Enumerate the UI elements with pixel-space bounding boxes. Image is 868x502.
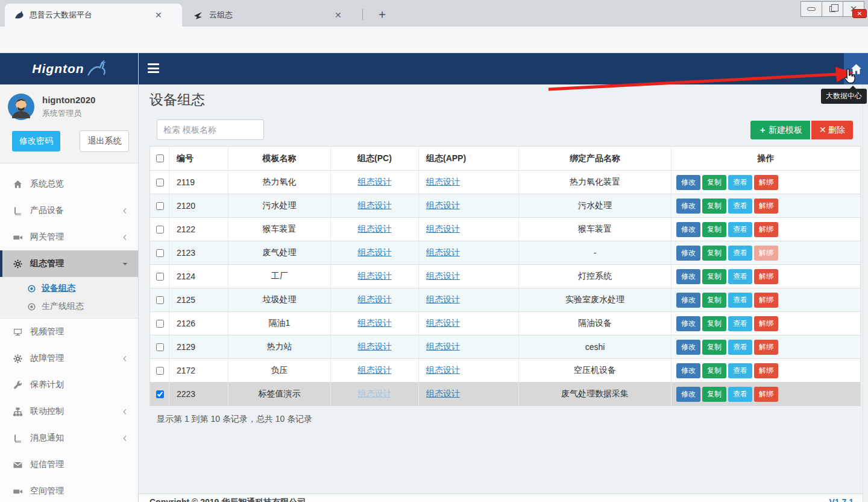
row-action-copy-button[interactable]: 复制 [702, 293, 726, 308]
row-checkbox[interactable] [156, 273, 164, 281]
new-tab-icon[interactable]: ＋ [375, 7, 389, 22]
pc-design-link[interactable]: 组态设计 [358, 389, 392, 398]
pc-design-link[interactable]: 组态设计 [358, 342, 392, 351]
sidebar-item-maintenance[interactable]: 保养计划 [0, 372, 138, 398]
row-action-edit-button[interactable]: 修改 [676, 175, 700, 190]
row-action-view-button[interactable]: 查看 [728, 316, 752, 331]
row-checkbox[interactable] [156, 202, 164, 210]
row-action-unbind-button[interactable]: 解绑 [754, 363, 778, 378]
row-action-edit-button[interactable]: 修改 [676, 199, 700, 214]
row-checkbox[interactable] [156, 390, 164, 398]
delete-button[interactable]: ✕删除 [811, 121, 853, 139]
row-action-edit-button[interactable]: 修改 [676, 316, 700, 331]
app-design-link[interactable]: 组态设计 [426, 271, 460, 281]
row-action-unbind-button[interactable]: 解绑 [754, 340, 778, 355]
sidebar-item-overview[interactable]: 系统总览 [0, 171, 138, 197]
row-checkbox[interactable] [156, 179, 164, 186]
maximize-icon[interactable] [822, 1, 843, 17]
sidebar-item-gateway[interactable]: 网关管理 [0, 224, 138, 250]
row-checkbox[interactable] [156, 343, 164, 351]
row-action-view-button[interactable]: 查看 [728, 175, 752, 190]
row-action-unbind-button[interactable]: 解绑 [754, 222, 778, 237]
row-action-copy-button[interactable]: 复制 [702, 222, 726, 237]
app-design-link[interactable]: 组态设计 [426, 342, 460, 351]
sidebar-subitem-line-config[interactable]: 生产线组态 [0, 297, 138, 316]
app-design-link[interactable]: 组态设计 [426, 224, 460, 234]
pc-design-link[interactable]: 组态设计 [358, 294, 392, 304]
app-design-link[interactable]: 组态设计 [426, 200, 460, 210]
hamburger-icon[interactable] [148, 63, 159, 75]
sidebar-item-message[interactable]: 消息通知 [0, 425, 138, 451]
scrollbar[interactable] [863, 84, 868, 502]
close-icon[interactable]: ✕✕ [843, 1, 864, 17]
new-template-button[interactable]: ＋新建模板 [750, 121, 810, 139]
browser-tab-1[interactable]: 思普云大数据平台 ✕ [5, 4, 182, 27]
app-design-link[interactable]: 组态设计 [426, 247, 460, 257]
sidebar-item-config[interactable]: 组态管理 [0, 250, 138, 277]
sidebar-item-fault[interactable]: 故障管理 [0, 345, 138, 372]
row-action-edit-button[interactable]: 修改 [676, 293, 700, 308]
row-action-edit-button[interactable]: 修改 [676, 340, 700, 355]
pc-design-link[interactable]: 组态设计 [358, 365, 392, 375]
tab-close-icon[interactable]: ✕ [155, 10, 162, 20]
pc-design-link[interactable]: 组态设计 [358, 318, 392, 328]
minimize-icon[interactable] [800, 1, 822, 17]
row-action-copy-button[interactable]: 复制 [702, 175, 726, 190]
row-action-copy-button[interactable]: 复制 [702, 199, 726, 214]
row-action-view-button[interactable]: 查看 [728, 199, 752, 214]
row-action-view-button[interactable]: 查看 [728, 293, 752, 308]
sidebar-item-video[interactable]: 视频管理 [0, 319, 138, 345]
search-input[interactable] [157, 119, 264, 140]
row-action-copy-button[interactable]: 复制 [702, 316, 726, 331]
row-action-edit-button[interactable]: 修改 [676, 269, 700, 284]
row-action-unbind-button[interactable]: 解绑 [754, 199, 778, 214]
sidebar-item-sms[interactable]: 短信管理 [0, 451, 138, 478]
browser-tab-2[interactable]: 云组态 ✕ [184, 4, 360, 27]
row-action-edit-button[interactable]: 修改 [676, 363, 700, 378]
sidebar-item-space[interactable]: 空间管理 [0, 478, 138, 502]
row-action-edit-button[interactable]: 修改 [676, 387, 700, 402]
row-action-unbind-button[interactable]: 解绑 [754, 387, 778, 402]
row-action-unbind-button[interactable]: 解绑 [754, 269, 778, 284]
change-password-button[interactable]: 修改密码 [12, 131, 60, 151]
select-all-checkbox[interactable] [156, 154, 164, 162]
row-checkbox[interactable] [156, 320, 164, 328]
sidebar-item-products[interactable]: 产品设备 [0, 197, 138, 224]
row-checkbox[interactable] [156, 249, 164, 257]
row-action-view-button[interactable]: 查看 [728, 269, 752, 284]
row-action-edit-button[interactable]: 修改 [676, 222, 700, 237]
row-action-unbind-button[interactable]: 解绑 [754, 316, 778, 331]
pc-design-link[interactable]: 组态设计 [358, 224, 392, 234]
sidebar-item-linkage[interactable]: 联动控制 [0, 398, 138, 425]
sidebar-subitem-device-config[interactable]: 设备组态 [0, 279, 138, 297]
row-action-unbind-button[interactable]: 解绑 [754, 175, 778, 190]
row-action-unbind-button[interactable]: 解绑 [754, 246, 778, 261]
logout-button[interactable]: 退出系统 [80, 130, 129, 152]
row-checkbox[interactable] [156, 226, 164, 234]
app-design-link[interactable]: 组态设计 [426, 389, 460, 398]
row-action-copy-button[interactable]: 复制 [702, 269, 726, 284]
row-action-unbind-button[interactable]: 解绑 [754, 293, 778, 308]
row-checkbox[interactable] [156, 296, 164, 304]
row-action-copy-button[interactable]: 复制 [702, 246, 726, 261]
row-action-view-button[interactable]: 查看 [728, 340, 752, 355]
bigdata-home-button[interactable] [844, 53, 868, 84]
app-design-link[interactable]: 组态设计 [426, 318, 460, 328]
row-action-edit-button[interactable]: 修改 [676, 246, 700, 261]
app-design-link[interactable]: 组态设计 [426, 365, 460, 375]
tab-close-icon[interactable]: ✕ [335, 10, 342, 20]
app-design-link[interactable]: 组态设计 [426, 177, 460, 186]
row-action-view-button[interactable]: 查看 [728, 246, 752, 261]
app-design-link[interactable]: 组态设计 [426, 294, 460, 304]
row-checkbox[interactable] [156, 367, 164, 375]
row-action-view-button[interactable]: 查看 [728, 363, 752, 378]
pc-design-link[interactable]: 组态设计 [358, 177, 392, 186]
pc-design-link[interactable]: 组态设计 [358, 247, 392, 257]
row-action-copy-button[interactable]: 复制 [702, 363, 726, 378]
pc-design-link[interactable]: 组态设计 [358, 200, 392, 210]
pc-design-link[interactable]: 组态设计 [358, 271, 392, 281]
row-action-view-button[interactable]: 查看 [728, 387, 752, 402]
row-action-copy-button[interactable]: 复制 [702, 340, 726, 355]
row-action-view-button[interactable]: 查看 [728, 222, 752, 237]
row-action-copy-button[interactable]: 复制 [702, 387, 726, 402]
